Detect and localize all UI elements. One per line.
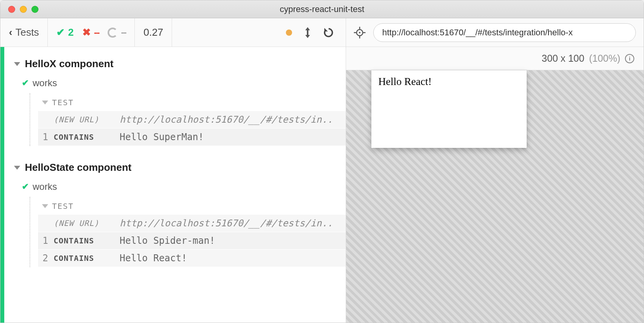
titlebar: cypress-react-unit-test — [0, 0, 644, 18]
test-section-header[interactable]: TEST — [38, 197, 346, 215]
duration-value: 0.27 — [143, 26, 163, 38]
command-row[interactable]: 1CONTAINSHello Spider-man! — [38, 232, 346, 250]
describe-header[interactable]: HelloState component — [10, 154, 346, 179]
back-label: Tests — [16, 26, 39, 38]
command-number: 1 — [38, 132, 54, 142]
reporter-toolbar: ‹ Tests ✔ 2 ✖ -- -- — [0, 18, 346, 47]
window-zoom-button[interactable] — [31, 6, 38, 13]
stat-passed: ✔ 2 — [56, 26, 73, 38]
command-message: http://localhost:51670/__/#/tests/in.. — [120, 218, 338, 229]
test-section-label: TEST — [52, 98, 74, 107]
test-section-header[interactable]: TEST — [38, 93, 346, 111]
command-number: 2 — [38, 253, 54, 264]
test-section-label: TEST — [52, 201, 74, 211]
crosshair-icon — [354, 27, 366, 38]
aut-viewport: Hello React! — [346, 70, 644, 323]
command-message: Hello Spider-man! — [120, 235, 338, 246]
traffic-lights — [0, 6, 38, 13]
command-name: CONTAINS — [54, 254, 120, 263]
rerun-button[interactable] — [323, 27, 334, 38]
pending-icon — [108, 28, 118, 38]
command-message: Hello React! — [120, 253, 338, 264]
window-minimize-button[interactable] — [20, 6, 27, 13]
aut-frame[interactable]: Hello React! — [371, 70, 527, 148]
specs-list: HelloX component✔worksTEST(NEW URL)http:… — [4, 47, 346, 323]
describe-block: HelloX component✔worksTEST(NEW URL)http:… — [10, 50, 346, 146]
main-content: ‹ Tests ✔ 2 ✖ -- -- — [0, 18, 644, 323]
command-number: 1 — [38, 235, 54, 246]
it-title: works — [33, 181, 57, 192]
viewport-info-button[interactable]: i — [625, 54, 634, 63]
test-commands-block: TEST(NEW URL)http://localhost:51670/__/#… — [30, 93, 346, 146]
check-icon: ✔ — [22, 182, 29, 192]
toolbar-actions — [277, 18, 346, 47]
it-header[interactable]: ✔works — [10, 75, 346, 93]
status-rail — [0, 47, 4, 323]
svg-point-5 — [359, 32, 360, 33]
viewport-scale: (100%) — [589, 53, 620, 64]
command-row[interactable]: 2CONTAINSHello React! — [38, 250, 346, 267]
back-to-tests-button[interactable]: ‹ Tests — [0, 18, 48, 47]
command-name: CONTAINS — [54, 132, 120, 142]
caret-down-icon — [14, 62, 20, 66]
window-close-button[interactable] — [8, 6, 15, 13]
command-message: Hello SuperMan! — [120, 132, 338, 142]
aut-content: Hello React! — [378, 76, 432, 87]
command-name: CONTAINS — [54, 236, 120, 245]
window-title: cypress-react-unit-test — [0, 4, 644, 14]
toggle-auto-scroll-button[interactable] — [304, 27, 312, 38]
selector-playground-button[interactable] — [354, 27, 366, 38]
describe-title: HelloState component — [25, 162, 131, 174]
check-icon: ✔ — [22, 78, 29, 88]
caret-down-icon — [14, 166, 20, 170]
reload-icon — [323, 27, 334, 38]
pending-count: -- — [121, 26, 126, 38]
describe-header[interactable]: HelloX component — [10, 50, 346, 75]
aut-url-bar[interactable]: http://localhost:51670/__/#/tests/integr… — [373, 23, 636, 42]
app-window: cypress-react-unit-test ‹ Tests ✔ 2 ✖ -- — [0, 0, 644, 323]
auto-scroll-indicator-icon — [286, 30, 292, 36]
test-commands-block: TEST(NEW URL)http://localhost:51670/__/#… — [30, 197, 346, 267]
describe-block: HelloState component✔worksTEST(NEW URL)h… — [10, 154, 346, 267]
check-icon: ✔ — [56, 26, 65, 38]
aut-url: http://localhost:51670/__/#/tests/integr… — [382, 28, 573, 38]
command-row[interactable]: (NEW URL)http://localhost:51670/__/#/tes… — [38, 111, 346, 129]
chevron-left-icon: ‹ — [9, 26, 12, 38]
describe-title: HelloX component — [25, 58, 113, 70]
command-row[interactable]: (NEW URL)http://localhost:51670/__/#/tes… — [38, 215, 346, 232]
stat-pending: -- — [108, 26, 126, 38]
caret-down-icon — [42, 101, 48, 104]
command-name: (NEW URL) — [54, 219, 120, 228]
passed-count: 2 — [68, 26, 73, 38]
command-row[interactable]: 1CONTAINSHello SuperMan! — [38, 129, 346, 146]
reporter-pane: ‹ Tests ✔ 2 ✖ -- -- — [0, 18, 346, 323]
viewport-size: 300 x 100 — [542, 53, 585, 64]
it-header[interactable]: ✔works — [10, 179, 346, 197]
aut-toolbar: http://localhost:51670/__/#/tests/integr… — [346, 18, 644, 47]
aut-pane: http://localhost:51670/__/#/tests/integr… — [346, 18, 644, 323]
tests-body: HelloX component✔worksTEST(NEW URL)http:… — [0, 47, 346, 323]
it-title: works — [33, 78, 57, 89]
stat-duration: 0.27 — [135, 18, 172, 47]
stat-failed: ✖ -- — [82, 26, 99, 38]
command-message: http://localhost:51670/__/#/tests/in.. — [120, 114, 338, 125]
caret-down-icon — [42, 204, 48, 208]
failed-count: -- — [94, 26, 99, 38]
test-stats: ✔ 2 ✖ -- -- — [48, 18, 135, 47]
x-icon: ✖ — [82, 26, 91, 38]
viewport-info: 300 x 100 (100%) i — [346, 47, 644, 70]
command-name: (NEW URL) — [54, 115, 120, 124]
updown-arrow-icon — [304, 27, 312, 38]
